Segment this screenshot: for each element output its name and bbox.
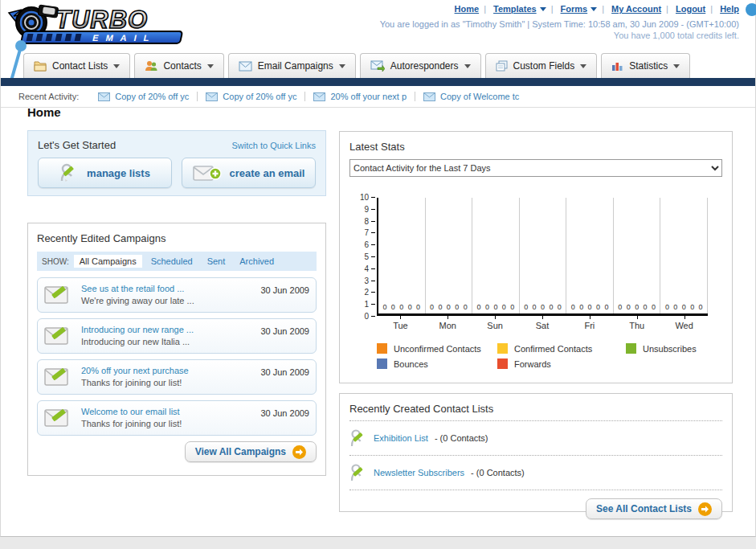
legend-swatch bbox=[497, 343, 508, 354]
contact-list-row[interactable]: Exhibition List - (0 Contacts) bbox=[349, 426, 722, 450]
bar-value-label: 0 bbox=[438, 303, 442, 311]
campaign-title-link[interactable]: Introducing our new range ... bbox=[81, 324, 252, 336]
bar-value-label: 0 bbox=[391, 303, 395, 311]
divider bbox=[349, 490, 722, 490]
bar-value-label: 0 bbox=[604, 303, 608, 311]
latest-stats-panel: Latest Stats Contact Activity for the La… bbox=[339, 131, 733, 383]
users-icon bbox=[145, 60, 157, 72]
tab-statistics[interactable]: Statistics bbox=[601, 53, 690, 78]
bar-value-label: 0 bbox=[430, 303, 434, 311]
bar-value-label: 0 bbox=[627, 303, 631, 311]
tab-contacts[interactable]: Contacts bbox=[134, 53, 223, 78]
envelope-pencil-icon bbox=[44, 407, 73, 429]
filter-sent[interactable]: Sent bbox=[202, 255, 231, 268]
latest-stats-title: Latest Stats bbox=[349, 141, 405, 153]
campaign-date: 30 Jun 2009 bbox=[260, 326, 309, 336]
nav-home-link[interactable]: Home bbox=[455, 4, 480, 14]
campaign-row[interactable]: Welcome to our email listThanks for join… bbox=[37, 400, 317, 436]
bar-value-label: 0 bbox=[510, 303, 514, 311]
legend-swatch bbox=[497, 358, 508, 369]
filter-archived[interactable]: Archived bbox=[234, 255, 280, 268]
main-nav-tabbar: Contact Lists Contacts Email Campaigns A… bbox=[1, 50, 755, 78]
tab-label: Custom Fields bbox=[513, 60, 575, 72]
chevron-down-icon bbox=[207, 64, 214, 68]
bar-value-label: 0 bbox=[455, 303, 459, 311]
bar-value-label: 0 bbox=[382, 303, 386, 311]
bar-value-label: 0 bbox=[699, 303, 703, 311]
tab-label: Contacts bbox=[163, 60, 201, 72]
main-content-area: TURBO EMAIL Home| Templ bbox=[0, 0, 756, 537]
tab-email-campaigns[interactable]: Email Campaigns bbox=[228, 53, 356, 78]
campaign-date: 30 Jun 2009 bbox=[260, 367, 309, 377]
nav-my-account-link[interactable]: My Account bbox=[611, 4, 661, 14]
contact-lists-title: Recently Created Contact Lists bbox=[349, 403, 493, 415]
envelope-pencil-icon bbox=[44, 325, 73, 347]
tab-autoresponders[interactable]: Autoresponders bbox=[360, 53, 481, 78]
nav-logout-link[interactable]: Logout bbox=[676, 4, 705, 14]
campaign-title-link[interactable]: 20% off your next purchase bbox=[81, 365, 252, 377]
x-tick-label: Sat bbox=[519, 316, 566, 330]
bar-value-label: 0 bbox=[682, 303, 686, 311]
folder-icon bbox=[34, 60, 47, 72]
see-all-contact-lists-button[interactable]: See All Contact Lists bbox=[586, 498, 722, 519]
manage-lists-button[interactable]: manage lists bbox=[38, 158, 172, 188]
campaign-row[interactable]: 20% off your next purchaseThanks for joi… bbox=[37, 359, 317, 395]
switch-quick-links[interactable]: Switch to Quick Links bbox=[231, 141, 316, 150]
svg-text:EMAIL: EMAIL bbox=[92, 33, 157, 43]
bar-value-label: 0 bbox=[408, 303, 412, 311]
campaign-row[interactable]: See us at the retail food ...We're givin… bbox=[37, 277, 317, 313]
bar-value-label: 0 bbox=[524, 303, 528, 311]
x-tick-label: Mon bbox=[424, 316, 472, 330]
divider bbox=[349, 455, 722, 456]
y-tick-label: 7 bbox=[354, 228, 375, 237]
view-all-campaigns-button[interactable]: View All Campaigns bbox=[185, 441, 317, 462]
top-nav: Home| Templates| Forms| My Account| Logo… bbox=[455, 4, 739, 14]
bar-value-label: 0 bbox=[477, 303, 481, 311]
divider bbox=[349, 420, 722, 421]
envelope-pencil-icon bbox=[44, 366, 73, 388]
campaign-title-link[interactable]: Welcome to our email list bbox=[81, 406, 252, 418]
bar-value-label: 0 bbox=[464, 303, 468, 311]
bar-value-label: 0 bbox=[596, 303, 600, 311]
contact-list-link[interactable]: Newsletter Subscribers bbox=[374, 468, 464, 477]
campaign-subtitle: Introducing our new Italia ... bbox=[81, 336, 252, 348]
tab-label: Email Campaigns bbox=[258, 60, 333, 72]
nav-templates-link[interactable]: Templates bbox=[493, 4, 537, 14]
bar-value-label: 0 bbox=[399, 303, 403, 311]
bar-value-label: 0 bbox=[588, 303, 592, 311]
person-pencil-icon bbox=[349, 428, 367, 448]
filter-all-campaigns[interactable]: All Campaigns bbox=[74, 255, 142, 268]
tab-contact-lists[interactable]: Contact Lists bbox=[23, 53, 130, 78]
recent-activity-item[interactable]: Copy of 20% off yc bbox=[197, 92, 304, 101]
bar-value-label: 0 bbox=[635, 303, 639, 311]
tab-custom-fields[interactable]: Custom Fields bbox=[485, 53, 598, 78]
contact-list-link[interactable]: Exhibition List bbox=[374, 433, 428, 443]
arrow-right-icon bbox=[292, 445, 306, 459]
person-pencil-icon bbox=[59, 163, 79, 182]
contact-list-count: - (0 Contacts) bbox=[435, 433, 488, 443]
chart-day-group: 00000 bbox=[520, 198, 567, 313]
bar-value-label: 0 bbox=[673, 303, 677, 311]
filter-scheduled[interactable]: Scheduled bbox=[145, 255, 198, 268]
chart-x-axis: TueMonSunSatFriThuWed bbox=[377, 316, 708, 330]
bar-value-label: 0 bbox=[533, 303, 537, 311]
y-tick-label: 0 bbox=[354, 312, 375, 321]
campaign-title-link[interactable]: See us at the retail food ... bbox=[81, 283, 252, 295]
nav-forms-link[interactable]: Forms bbox=[561, 4, 588, 14]
y-tick-label: 9 bbox=[354, 205, 375, 214]
campaign-list: See us at the retail food ...We're givin… bbox=[37, 277, 317, 436]
recent-activity-item[interactable]: Copy of 20% off yc bbox=[90, 92, 197, 101]
stats-period-select[interactable]: Contact Activity for the Last 7 Days bbox=[349, 159, 722, 177]
chevron-down-icon bbox=[673, 64, 680, 68]
tab-label: Statistics bbox=[629, 60, 668, 72]
contact-list-row[interactable]: Newsletter Subscribers - (0 Contacts) bbox=[349, 461, 722, 485]
nav-help-link[interactable]: Help bbox=[720, 4, 739, 14]
chevron-down-icon bbox=[540, 7, 546, 11]
envelope-icon bbox=[98, 92, 110, 101]
y-tick-label: 8 bbox=[354, 217, 375, 226]
create-email-button[interactable]: create an email bbox=[182, 158, 316, 188]
campaign-row[interactable]: Introducing our new range ...Introducing… bbox=[37, 318, 317, 354]
recent-activity-item[interactable]: Copy of Welcome tc bbox=[415, 92, 527, 101]
campaign-date: 30 Jun 2009 bbox=[260, 408, 309, 418]
recent-activity-item[interactable]: 20% off your next p bbox=[304, 92, 415, 101]
